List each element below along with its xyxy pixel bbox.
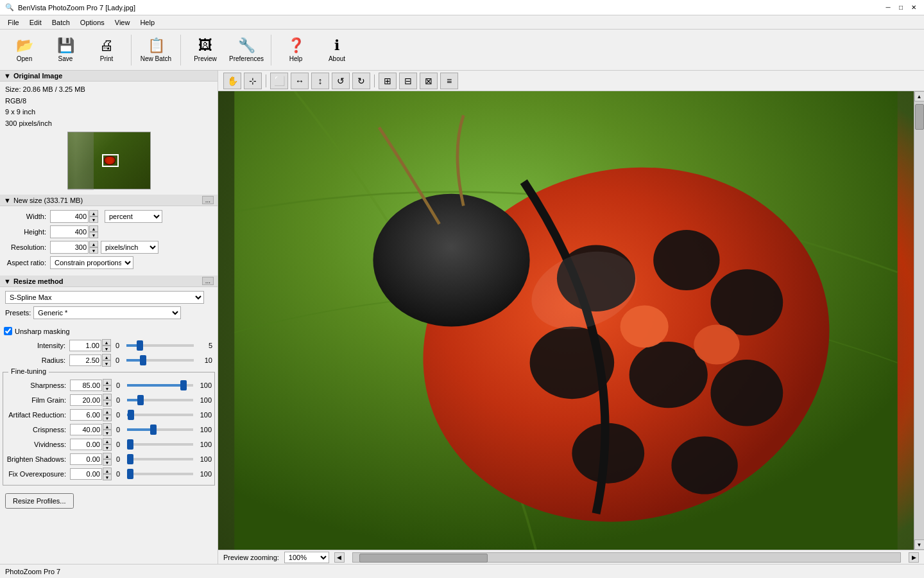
scroll-down-button[interactable]: ▼ bbox=[914, 539, 925, 550]
vertical-scroll-thumb[interactable] bbox=[915, 104, 924, 130]
fix-input[interactable] bbox=[70, 468, 102, 480]
resolution-up[interactable]: ▲ bbox=[89, 241, 98, 247]
fix-spinners[interactable]: ▲ ▼ bbox=[103, 468, 112, 480]
about-button[interactable]: ℹ About bbox=[318, 32, 356, 68]
radius-spinners[interactable]: ▲ ▼ bbox=[102, 354, 111, 367]
resize-method-more-button[interactable]: ... bbox=[202, 277, 214, 285]
width-spinners[interactable]: ▲ ▼ bbox=[89, 210, 98, 223]
title-bar-controls[interactable]: ─ □ ✕ bbox=[883, 3, 919, 13]
new-size-header[interactable]: ▼ New size (333.71 MB) ... bbox=[0, 195, 218, 206]
fix-track[interactable] bbox=[127, 473, 193, 475]
crispness-input[interactable] bbox=[70, 424, 102, 435]
unsharp-checkbox[interactable] bbox=[4, 327, 12, 335]
radius-input[interactable] bbox=[69, 355, 101, 366]
resolution-spinners[interactable]: ▲ ▼ bbox=[89, 241, 98, 254]
artifact-thumb[interactable] bbox=[128, 410, 134, 420]
resize-method-header[interactable]: ▼ Resize method ... bbox=[0, 276, 218, 287]
flip-v-tool[interactable]: ↕ bbox=[311, 73, 329, 89]
brighten-spinners[interactable]: ▲ ▼ bbox=[103, 453, 112, 466]
crispness-spinners[interactable]: ▲ ▼ bbox=[103, 423, 112, 436]
crispness-down[interactable]: ▼ bbox=[103, 430, 112, 436]
selection-tool[interactable]: ⊹ bbox=[244, 73, 262, 89]
crispness-thumb[interactable] bbox=[150, 425, 157, 435]
radius-up[interactable]: ▲ bbox=[102, 354, 111, 360]
resolution-input[interactable] bbox=[50, 241, 89, 254]
sharpness-track[interactable] bbox=[127, 384, 193, 387]
vividness-down[interactable]: ▼ bbox=[103, 444, 112, 451]
zoom-dropdown[interactable]: 100% bbox=[284, 552, 329, 563]
scroll-right-button[interactable]: ▶ bbox=[909, 552, 919, 563]
film-grain-track[interactable] bbox=[127, 399, 193, 401]
menu-options[interactable]: Options bbox=[75, 17, 110, 28]
maximize-button[interactable]: □ bbox=[896, 3, 906, 13]
artifact-track[interactable] bbox=[127, 414, 193, 416]
resolution-down[interactable]: ▼ bbox=[89, 247, 98, 254]
scroll-up-button[interactable]: ▲ bbox=[914, 91, 925, 101]
rotate-cw-tool[interactable]: ↻ bbox=[352, 73, 370, 89]
artifact-up[interactable]: ▲ bbox=[103, 408, 112, 415]
menu-file[interactable]: File bbox=[3, 17, 24, 28]
intensity-spinners[interactable]: ▲ ▼ bbox=[102, 339, 111, 352]
brighten-down[interactable]: ▼ bbox=[103, 459, 112, 466]
artifact-spinners[interactable]: ▲ ▼ bbox=[103, 408, 112, 421]
height-down[interactable]: ▼ bbox=[89, 232, 98, 238]
new-batch-button[interactable]: 📋 New Batch bbox=[137, 32, 175, 68]
minimize-button[interactable]: ─ bbox=[883, 3, 893, 13]
preferences-button[interactable]: 🔧 Preferences bbox=[227, 32, 266, 68]
crispness-track[interactable] bbox=[127, 428, 193, 431]
save-button[interactable]: 💾 Save bbox=[46, 32, 85, 68]
menu-edit[interactable]: Edit bbox=[24, 17, 47, 28]
sharpness-up[interactable]: ▲ bbox=[103, 379, 112, 385]
print-button[interactable]: 🖨 Print bbox=[87, 32, 126, 68]
artifact-down[interactable]: ▼ bbox=[103, 415, 112, 421]
artifact-input[interactable] bbox=[70, 409, 102, 421]
close-button[interactable]: ✕ bbox=[909, 3, 919, 13]
vividness-track[interactable] bbox=[127, 443, 193, 446]
view-split-v[interactable]: ⊟ bbox=[399, 73, 417, 89]
height-spinners[interactable]: ▲ ▼ bbox=[89, 225, 98, 238]
vividness-spinners[interactable]: ▲ ▼ bbox=[103, 438, 112, 451]
vividness-input[interactable] bbox=[70, 439, 102, 450]
crop-tool[interactable]: ⬜ bbox=[270, 73, 288, 89]
view-split-h[interactable]: ⊠ bbox=[420, 73, 438, 89]
menu-view[interactable]: View bbox=[110, 17, 135, 28]
width-down[interactable]: ▼ bbox=[89, 216, 98, 223]
horizontal-scrollbar[interactable] bbox=[352, 552, 901, 563]
fix-up[interactable]: ▲ bbox=[103, 468, 112, 474]
film-grain-spinners[interactable]: ▲ ▼ bbox=[103, 394, 112, 407]
menu-help[interactable]: Help bbox=[135, 17, 160, 28]
vertical-scrollbar[interactable]: ▲ ▼ bbox=[914, 91, 924, 550]
brighten-thumb[interactable] bbox=[127, 454, 133, 464]
width-input[interactable] bbox=[50, 210, 89, 223]
film-grain-down[interactable]: ▼ bbox=[103, 400, 112, 407]
size-unit-dropdown[interactable]: percent bbox=[105, 210, 162, 223]
radius-track[interactable] bbox=[126, 359, 194, 362]
vividness-up[interactable]: ▲ bbox=[103, 438, 112, 444]
menu-batch[interactable]: Batch bbox=[47, 17, 75, 28]
film-grain-up[interactable]: ▲ bbox=[103, 394, 112, 400]
height-up[interactable]: ▲ bbox=[89, 225, 98, 232]
horizontal-scroll-thumb[interactable] bbox=[359, 554, 488, 563]
fix-thumb[interactable] bbox=[127, 469, 133, 479]
open-button[interactable]: 📂 Open bbox=[5, 32, 44, 68]
original-image-header[interactable]: ▼ Original Image bbox=[0, 71, 218, 82]
rotate-ccw-tool[interactable]: ↺ bbox=[332, 73, 350, 89]
intensity-thumb[interactable] bbox=[137, 340, 143, 351]
film-grain-input[interactable] bbox=[70, 394, 102, 406]
brighten-track[interactable] bbox=[127, 458, 193, 460]
width-up[interactable]: ▲ bbox=[89, 210, 98, 216]
sharpness-input[interactable] bbox=[70, 380, 102, 391]
presets-dropdown[interactable]: Generic * bbox=[33, 306, 181, 319]
film-grain-thumb[interactable] bbox=[137, 395, 144, 405]
sharpness-down[interactable]: ▼ bbox=[103, 385, 112, 392]
help-button[interactable]: ❓ Help bbox=[277, 32, 315, 68]
scroll-left-button[interactable]: ◀ bbox=[334, 552, 345, 563]
new-size-more-button[interactable]: ... bbox=[202, 196, 214, 204]
preview-button[interactable]: 🖼 Preview bbox=[186, 32, 225, 68]
height-input[interactable] bbox=[50, 225, 89, 238]
crispness-up[interactable]: ▲ bbox=[103, 423, 112, 430]
radius-down[interactable]: ▼ bbox=[102, 360, 111, 367]
view-compare[interactable]: ≡ bbox=[440, 73, 458, 89]
view-single[interactable]: ⊞ bbox=[379, 73, 397, 89]
hand-tool[interactable]: ✋ bbox=[223, 73, 241, 89]
